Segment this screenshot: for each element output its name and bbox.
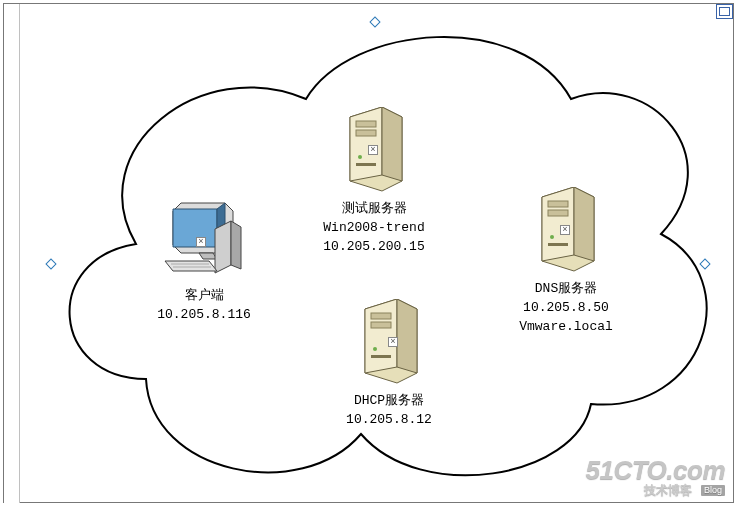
node-label: DHCP服务器 10.205.8.12 [314,392,464,430]
watermark-badge: Blog [701,485,725,496]
node-title: 测试服务器 [294,200,454,219]
node-label: 测试服务器 Win2008-trend 10.205.200.15 [294,200,454,257]
svg-marker-4 [215,221,231,273]
svg-rect-22 [371,355,391,358]
svg-marker-25 [574,187,594,261]
watermark: 51CTO.com 技术博客 Blog [585,457,725,496]
node-hostname: Win2008-trend [294,219,454,238]
shape-marker-icon: × [368,145,378,155]
svg-marker-10 [350,107,382,181]
svg-rect-27 [548,210,568,216]
node-ip: 10.205.8.12 [314,411,464,430]
node-label: 客户端 10.205.8.116 [134,287,274,325]
node-ip: 10.205.200.15 [294,238,454,257]
svg-rect-19 [371,313,391,319]
node-test-server[interactable]: × 测试服务器 Win2008-trend 10.205.200.15 [294,107,454,257]
svg-point-14 [358,155,362,159]
node-domain: Vmware.local [486,318,646,337]
diagram-canvas[interactable]: × 客户端 10.205.8.116 × 测试服务器 Win2008-trend… [3,3,734,503]
svg-rect-15 [356,163,376,166]
svg-rect-29 [548,243,568,246]
watermark-site: 51CTO.com [585,457,725,483]
svg-point-28 [550,235,554,239]
svg-marker-17 [365,299,397,373]
svg-marker-24 [542,187,574,261]
page-object-icon[interactable] [716,4,733,19]
node-client[interactable]: × 客户端 10.205.8.116 [134,199,274,325]
svg-rect-13 [356,130,376,136]
shape-marker-icon: × [388,337,398,347]
node-dhcp-server[interactable]: × DHCP服务器 10.205.8.12 [314,299,464,430]
svg-point-21 [373,347,377,351]
svg-rect-26 [548,201,568,207]
svg-marker-5 [231,221,241,269]
node-title: DNS服务器 [486,280,646,299]
node-ip: 10.205.8.50 [486,299,646,318]
node-ip: 10.205.8.116 [134,306,274,325]
svg-marker-1 [173,209,217,247]
svg-rect-20 [371,322,391,328]
shape-marker-icon: × [560,225,570,235]
vertical-ruler [4,4,20,504]
node-dns-server[interactable]: × DNS服务器 10.205.8.50 Vmware.local [486,187,646,337]
svg-marker-11 [382,107,402,181]
svg-marker-6 [165,261,217,271]
svg-marker-3 [199,253,217,259]
node-label: DNS服务器 10.205.8.50 Vmware.local [486,280,646,337]
svg-marker-18 [397,299,417,373]
node-title: 客户端 [134,287,274,306]
watermark-tagline: 技术博客 [644,483,692,497]
node-title: DHCP服务器 [314,392,464,411]
shape-marker-icon: × [196,237,206,247]
svg-rect-12 [356,121,376,127]
